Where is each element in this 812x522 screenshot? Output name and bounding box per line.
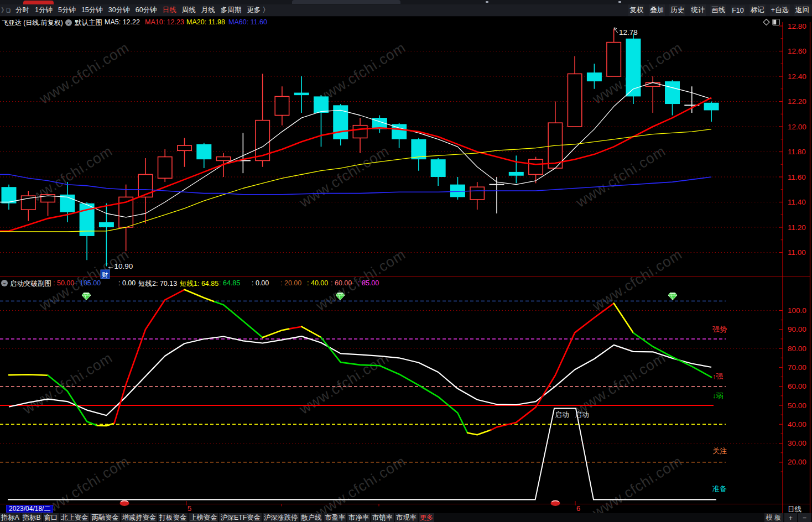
candle-body: [509, 172, 524, 176]
candle[interactable]: [41, 195, 55, 216]
candle[interactable]: [587, 64, 602, 89]
candle[interactable]: [2, 185, 17, 210]
candle[interactable]: [392, 123, 407, 148]
candle[interactable]: [158, 149, 172, 182]
candle[interactable]: [646, 76, 660, 113]
short1-line-segment: [491, 304, 613, 430]
candle[interactable]: [294, 76, 309, 113]
ma-value: MA5: 12.22: [105, 18, 140, 26]
toolbar-tab-两融资金[interactable]: 两融资金: [90, 513, 119, 522]
toolbar-tab-北上资金[interactable]: 北上资金: [60, 513, 89, 522]
sub-axis-label: 50.00: [788, 401, 806, 410]
candle[interactable]: [431, 158, 446, 186]
sub-indicator-value: : 85.00: [358, 279, 379, 287]
main-grid: [0, 51, 782, 253]
candle-body: [529, 159, 543, 174]
candle[interactable]: [704, 102, 719, 122]
candle[interactable]: [196, 143, 211, 169]
sub-axis-label: 30.00: [788, 439, 806, 447]
short1-line-segment: [290, 327, 301, 329]
candle[interactable]: [684, 86, 699, 113]
candle[interactable]: [275, 86, 289, 126]
candle-body: [158, 157, 172, 179]
candle[interactable]: [450, 177, 465, 200]
cai-badge-text: 财: [102, 272, 108, 278]
toolbar-tab-市盈率[interactable]: 市盈率: [324, 513, 346, 522]
sub-axis-label: 70.00: [788, 363, 806, 372]
sub-axis-label: 20.00: [788, 458, 806, 466]
short1-line-segment: [321, 337, 468, 433]
ma-value: MA10: 12.23: [145, 18, 184, 26]
zoom-in-button[interactable]: +: [784, 513, 797, 522]
candle[interactable]: [470, 182, 484, 210]
candle-body: [138, 174, 152, 197]
short1-line-segment: [114, 290, 185, 424]
price-axis-label: 12.00: [788, 123, 806, 131]
sub-chart[interactable]: 100.090.0080.0070.0060.0050.0040.0030.00…: [0, 290, 806, 513]
candle-body: [314, 96, 329, 113]
candle[interactable]: [548, 102, 562, 169]
toolbar-tab-上榜资金[interactable]: 上榜资金: [189, 513, 218, 522]
zoom-out-button[interactable]: −: [798, 513, 811, 522]
zone-label-关注: 关注: [712, 447, 727, 455]
candle[interactable]: [568, 56, 581, 127]
date-label[interactable]: 2023/04/18/二: [6, 505, 53, 513]
toolbar-tab-打板资金[interactable]: 打板资金: [158, 513, 188, 522]
chart-canvas[interactable]: 12.8012.6012.4012.2012.0011.8011.6011.40…: [0, 0, 812, 522]
chevron-down-icon[interactable]: ⌄: [65, 19, 72, 26]
main-chart-legend: 飞亚达 (日线.前复权) ⌄ 默认主图 MA5: 12.22MA10: 12.2…: [0, 17, 812, 28]
toolbar-tab-市销率[interactable]: 市销率: [371, 513, 394, 522]
candle-body: [607, 43, 621, 76]
sub-indicator-value: : 40.00: [307, 279, 328, 287]
sub-indicator-value: 短线2: 70.13: [138, 279, 177, 289]
candle[interactable]: [372, 116, 387, 133]
toolbar-tab-more[interactable]: 更多: [419, 513, 435, 522]
toolbar-tab-指标B[interactable]: 指标B: [22, 513, 42, 522]
candle[interactable]: [22, 191, 35, 221]
candle[interactable]: [99, 203, 114, 267]
short1-line-segment: [9, 374, 48, 375]
candle[interactable]: [665, 80, 680, 116]
candle-body: [294, 93, 309, 96]
toolbar-tab-指标A[interactable]: 指标A: [0, 513, 20, 522]
chevron-down-icon[interactable]: ⌄: [1, 280, 8, 286]
candle[interactable]: [314, 95, 329, 147]
toolbar-tab-沪深涨跌停[interactable]: 沪深涨跌停: [263, 513, 299, 522]
toolbar-template-button[interactable]: 模 板: [764, 513, 783, 522]
candle[interactable]: [178, 138, 191, 166]
candle-body: [587, 72, 602, 81]
toolbar-spacer: [435, 513, 764, 522]
short1-line-segment: [614, 304, 633, 333]
bottom-toolbar: 指标A指标B窗口北上资金两融资金增减持资金打板资金上榜资金沪深ETF资金沪深涨跌…: [0, 513, 812, 522]
diamond-marker-icon: [82, 293, 91, 300]
candle[interactable]: [256, 74, 269, 166]
sub-axis-label: 100.0: [788, 306, 806, 315]
sub-indicator-value: : 105.00: [76, 279, 101, 287]
toolbar-tab-窗口[interactable]: 窗口: [43, 513, 59, 522]
symbol-title: 飞亚达 (日线.前复权): [2, 18, 63, 28]
candle-body: [568, 74, 581, 127]
toolbar-tab-市净率[interactable]: 市净率: [347, 513, 370, 522]
toolbar-tab-散户线[interactable]: 散户线: [300, 513, 322, 522]
candle[interactable]: [353, 118, 367, 153]
diamond-marker-icon: [336, 293, 345, 300]
sub-axis-label: 40.00: [788, 420, 806, 429]
price-axis-label: 11.20: [788, 223, 806, 232]
ma-line-MA60: [0, 175, 711, 195]
short1-line-segment: [467, 430, 491, 435]
date-axis-bar: 2023/04/18/二 日线: [0, 504, 812, 513]
gem-facets: [668, 293, 677, 300]
candle[interactable]: [119, 185, 133, 252]
candle[interactable]: [411, 138, 426, 170]
diamond-marker-icon: [668, 293, 677, 300]
toolbar-tab-增减持资金[interactable]: 增减持资金: [121, 513, 157, 522]
candle[interactable]: [529, 157, 543, 184]
toolbar-tab-市现率[interactable]: 市现率: [395, 513, 418, 522]
candle[interactable]: [509, 155, 524, 183]
toolbar-tab-沪深ETF资金[interactable]: 沪深ETF资金: [219, 513, 261, 522]
zone-label-↑强: ↑强: [712, 372, 723, 380]
ma-value: MA60: 11.60: [228, 18, 267, 26]
view-name: 默认主图: [75, 18, 102, 28]
price-axis-label: 11.00: [788, 248, 806, 257]
price-axis-label: 11.40: [788, 198, 806, 206]
